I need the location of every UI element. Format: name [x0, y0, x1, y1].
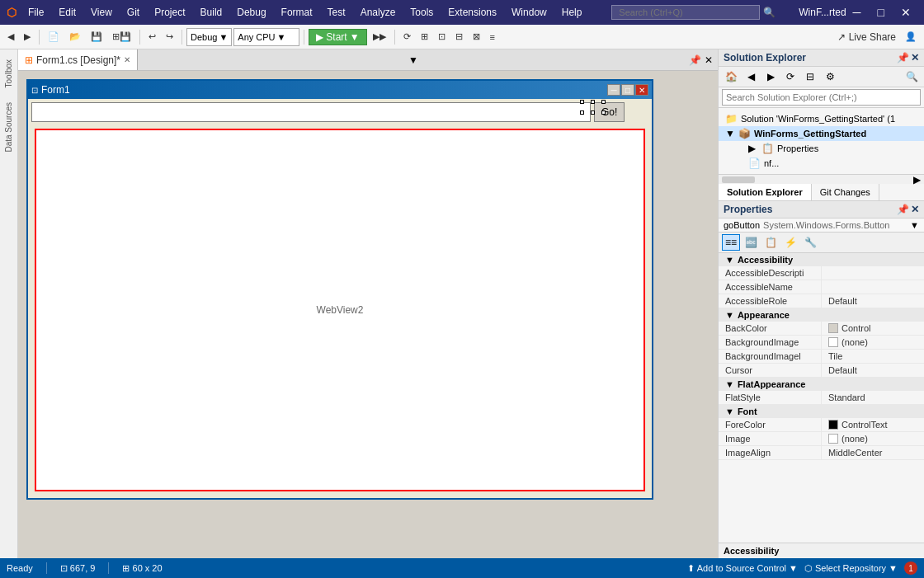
prop-view-alphabetical[interactable]: 🔤: [742, 234, 760, 251]
start-button[interactable]: ▶ Start ▼: [309, 29, 366, 45]
cpu-config-dropdown[interactable]: Any CPU ▼: [233, 28, 299, 46]
prop-value-bgimagel[interactable]: Tile: [822, 350, 924, 363]
forward-button[interactable]: ▶: [20, 29, 35, 45]
category-accessibility[interactable]: ▼ Accessibility: [719, 253, 924, 266]
tab-git-changes[interactable]: Git Changes: [812, 184, 879, 200]
menu-edit[interactable]: Edit: [52, 3, 82, 21]
prop-name-accessible-name: AccessibleName: [719, 280, 822, 294]
se-filter-button[interactable]: 🔍: [903, 68, 921, 85]
se-close-button[interactable]: ✕: [911, 52, 919, 63]
child-icon: 📄: [748, 157, 761, 169]
handle-tr: [601, 100, 606, 104]
menu-test[interactable]: Test: [321, 3, 352, 21]
tab-solution-explorer[interactable]: Solution Explorer: [719, 184, 812, 200]
prop-value-bgimage[interactable]: (none): [822, 336, 924, 349]
tree-item-project[interactable]: ▼ 📦 WinForms_GettingStarted: [719, 126, 924, 141]
form-close[interactable]: ✕: [635, 84, 648, 96]
se-settings-button[interactable]: ⚙: [821, 68, 839, 85]
left-sidebar: Toolbox Data Sources: [0, 49, 18, 558]
properties-object-selector[interactable]: goButton System.Windows.Forms.Button ▼: [719, 219, 924, 233]
menu-project[interactable]: Project: [148, 3, 191, 21]
designer-canvas[interactable]: ⊡ Form1 ─ □ ✕ Go!: [18, 71, 718, 558]
save-all-button[interactable]: ⊞💾: [108, 29, 135, 45]
toolbar-btn-2[interactable]: ⊞: [417, 29, 432, 45]
redo-button[interactable]: ↪: [162, 29, 177, 45]
source-control-button[interactable]: ⬆ Add to Source Control ▼: [687, 563, 798, 574]
menu-help[interactable]: Help: [555, 3, 589, 21]
prop-view-properties[interactable]: 📋: [761, 234, 780, 251]
prop-pin-button[interactable]: 📌: [897, 204, 909, 215]
menu-git[interactable]: Git: [120, 3, 146, 21]
menu-tools[interactable]: Tools: [403, 3, 440, 21]
tab-close-button[interactable]: ✕: [124, 55, 130, 64]
account-button[interactable]: 👤: [901, 29, 921, 45]
sidebar-item-toolbox[interactable]: Toolbox: [2, 53, 15, 94]
menu-format[interactable]: Format: [275, 3, 319, 21]
tree-item-solution[interactable]: 📁 Solution 'WinForms_GettingStarted' (1: [719, 111, 924, 126]
toolbar-btn-4[interactable]: ⊟: [451, 29, 467, 45]
close-button[interactable]: ✕: [894, 4, 917, 21]
menu-view[interactable]: View: [84, 3, 119, 21]
back-button[interactable]: ◀: [3, 29, 18, 45]
menu-extensions[interactable]: Extensions: [441, 3, 503, 21]
tab-form1-design[interactable]: ⊞ Form1.cs [Design]* ✕: [18, 49, 138, 70]
se-search-input[interactable]: [722, 89, 921, 106]
prop-value-accessible-role[interactable]: Default: [822, 294, 924, 308]
new-file-button[interactable]: 📄: [44, 29, 64, 45]
menu-analyze[interactable]: Analyze: [354, 3, 403, 21]
se-forward-button[interactable]: ▶: [761, 68, 780, 85]
menu-debug[interactable]: Debug: [230, 3, 272, 21]
maximize-button[interactable]: □: [871, 4, 891, 21]
open-button[interactable]: 📂: [65, 29, 85, 45]
prop-value-forecolor[interactable]: ControlText: [822, 418, 924, 431]
prop-value-accessible-descr[interactable]: [822, 266, 924, 280]
prop-value-imagealign[interactable]: MiddleCenter: [822, 446, 924, 459]
tab-overflow-button[interactable]: ▼: [403, 49, 423, 70]
minimize-button[interactable]: ─: [846, 4, 868, 21]
menu-window[interactable]: Window: [505, 3, 554, 21]
menu-build[interactable]: Build: [194, 3, 229, 21]
tree-item-child[interactable]: 📄 nf...: [719, 156, 924, 171]
toolbar-btn-5[interactable]: ⊠: [469, 29, 484, 45]
save-button[interactable]: 💾: [87, 29, 106, 45]
run-without-debug-button[interactable]: ▶▶: [369, 29, 390, 45]
prop-view-categorized[interactable]: ≡≡: [722, 234, 740, 251]
prop-view-settings[interactable]: 🔧: [801, 234, 819, 251]
live-share-button[interactable]: ↗ Live Share: [832, 30, 901, 45]
debug-config-dropdown[interactable]: Debug ▼: [186, 28, 232, 46]
toolbar-btn-1[interactable]: ⟳: [399, 29, 415, 45]
object-dropdown-arrow[interactable]: ▼: [910, 220, 919, 230]
category-font[interactable]: ▼ Font: [719, 405, 924, 418]
select-repository-button[interactable]: ⬡ Select Repository ▼: [804, 563, 898, 574]
tab-controls: 📌 ✕: [689, 49, 718, 70]
se-back-button[interactable]: ◀: [742, 68, 760, 85]
toolbar-btn-3[interactable]: ⊡: [434, 29, 450, 45]
prop-value-cursor[interactable]: Default: [822, 364, 924, 377]
undo-button[interactable]: ↩: [144, 29, 160, 45]
se-pin-button[interactable]: 📌: [897, 52, 909, 63]
form-maximize[interactable]: □: [621, 84, 634, 96]
prop-view-events[interactable]: ⚡: [781, 234, 799, 251]
se-scrollbar[interactable]: ▶: [719, 174, 924, 184]
prop-value-backcolor[interactable]: Control: [822, 322, 924, 335]
prop-value-flatstyle[interactable]: Standard: [822, 391, 924, 404]
prop-close-button[interactable]: ✕: [911, 204, 919, 215]
pin-button[interactable]: 📌: [689, 54, 701, 66]
form-textbox[interactable]: [31, 102, 591, 122]
se-refresh-button[interactable]: ⟳: [781, 68, 799, 85]
webview-label: WebView2: [317, 304, 364, 316]
se-collapse-button[interactable]: ⊟: [801, 68, 819, 85]
category-appearance[interactable]: ▼ Appearance: [719, 308, 924, 322]
toolbar-btn-6[interactable]: ≡: [486, 30, 499, 45]
close-tab-button[interactable]: ✕: [705, 54, 713, 66]
se-home-button[interactable]: 🏠: [722, 68, 740, 85]
prop-value-accessible-name[interactable]: [822, 280, 924, 294]
menu-file[interactable]: File: [21, 3, 50, 21]
category-flatappearance[interactable]: ▼ FlatAppearance: [719, 378, 924, 391]
tree-item-properties[interactable]: ▶ 📋 Properties: [719, 141, 924, 156]
properties-bottom-label: Accessibility: [719, 543, 924, 558]
sidebar-item-datasources[interactable]: Data Sources: [2, 96, 15, 159]
prop-value-image[interactable]: (none): [822, 432, 924, 445]
form-minimize[interactable]: ─: [607, 84, 620, 96]
search-input[interactable]: [611, 5, 760, 20]
